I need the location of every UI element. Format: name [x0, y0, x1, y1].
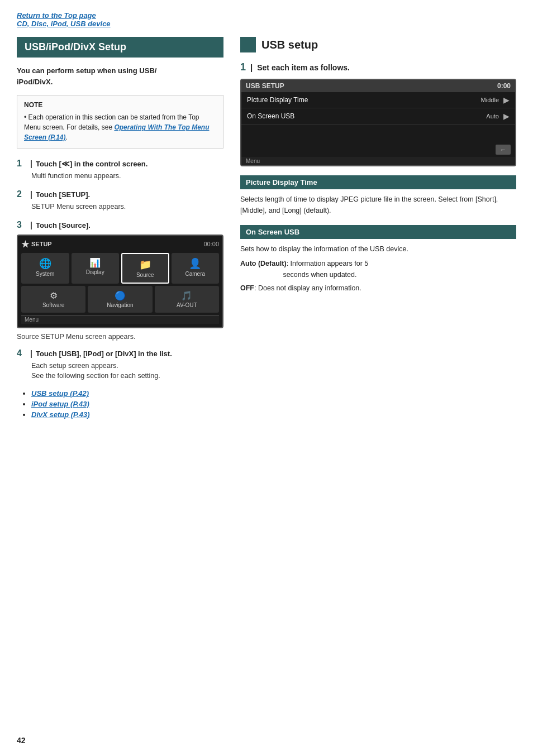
- step-4-label: Touch [USB], [iPod] or [DivX] in the lis…: [36, 350, 172, 358]
- step-3: 3 | Touch [Source]. ★ SETUP 00:00 🌐 Syst…: [17, 220, 223, 341]
- section-title: USB/iPod/DivX Setup: [17, 37, 223, 58]
- step-3-num: 3: [17, 220, 27, 230]
- ipod-setup-link[interactable]: iPod setup (P.43): [31, 400, 89, 408]
- after-screen-text: Source SETUP Menu screen appears.: [17, 333, 223, 341]
- note-box: NOTE • Each operation in this section ca…: [17, 95, 223, 149]
- picture-display-section: Picture Display Time Selects length of t…: [240, 175, 516, 216]
- icon-system[interactable]: 🌐 System: [21, 253, 69, 284]
- usb-screen-time: 0:00: [497, 82, 511, 90]
- usb-row-picture[interactable]: Picture Display Time Middle ▶: [241, 92, 515, 108]
- bullet-usb: USB setup (P.42): [31, 389, 223, 398]
- step-2-label: Touch [SETUP].: [36, 190, 90, 199]
- step-2-num: 2: [17, 189, 27, 199]
- note-link[interactable]: Operating With The Top Menu Screen (P.14…: [24, 123, 210, 141]
- step-4-desc1: Each setup screen appears.: [31, 361, 223, 371]
- picture-display-section-title: Picture Display Time: [240, 175, 516, 189]
- on-screen-usb-section: On Screen USB Sets how to display the in…: [240, 225, 516, 294]
- usb-icon-box: [240, 37, 256, 52]
- step-4: 4 | Touch [USB], [iPod] or [DivX] in the…: [17, 348, 223, 382]
- intro-text: You can perform setup when using USB/iPo…: [17, 65, 223, 87]
- right-step-num: 1: [240, 61, 246, 73]
- screen-time: 00:00: [203, 241, 219, 247]
- picture-display-arrow: ▶: [503, 95, 510, 104]
- screen-logo: ★ SETUP: [21, 239, 52, 250]
- usb-setup-header: USB setup: [240, 37, 516, 52]
- on-screen-usb-value: Auto: [486, 113, 499, 119]
- note-title: NOTE: [24, 101, 216, 109]
- step-2: 2 | Touch [SETUP]. SETUP Menu screen app…: [17, 189, 223, 212]
- top-link-2[interactable]: CD, Disc, iPod, USB device: [17, 20, 516, 28]
- bullet-links: USB setup (P.42) iPod setup (P.43) DivX …: [22, 389, 223, 419]
- usb-screen-bottom: ←: [241, 142, 515, 157]
- usb-screen-title: USB SETUP: [246, 82, 284, 90]
- on-screen-usb-arrow: ▶: [503, 112, 510, 121]
- on-screen-usb-off: OFF: Does not display any information.: [240, 283, 516, 294]
- picture-display-label: Picture Display Time: [247, 96, 481, 104]
- usb-setup-link[interactable]: USB setup (P.42): [31, 389, 89, 398]
- step-1: 1 | Touch [≪] in the control screen. Mul…: [17, 159, 223, 181]
- step-1-num: 1: [17, 159, 27, 169]
- step-1-desc: Multi function menu appears.: [31, 171, 223, 181]
- step-2-desc: SETUP Menu screen appears.: [31, 202, 223, 212]
- picture-display-value: Middle: [481, 97, 499, 103]
- step-4-num: 4: [17, 348, 27, 358]
- top-links: Return to the Top page CD, Disc, iPod, U…: [17, 11, 516, 28]
- icon-avout[interactable]: 🎵 AV-OUT: [155, 286, 219, 313]
- setup-icons-row1: 🌐 System 📊 Display 📁 Source 👤 Camera: [21, 253, 219, 284]
- bullet-ipod: iPod setup (P.43): [31, 400, 223, 408]
- right-step-1-header: 1 | Set each item as follows.: [240, 61, 516, 73]
- setup-screen: ★ SETUP 00:00 🌐 System 📊 Display: [17, 235, 223, 328]
- back-button[interactable]: ←: [496, 145, 511, 155]
- usb-setup-title: USB setup: [261, 39, 318, 51]
- setup-icons-row2: ⚙ Software 🔵 Navigation 🎵 AV-OUT: [21, 286, 219, 313]
- note-text: • Each operation in this section can be …: [24, 112, 216, 142]
- step-1-label: Touch [≪] in the control screen.: [36, 159, 147, 168]
- usb-setup-screen: USB SETUP 0:00 Picture Display Time Midd…: [240, 79, 516, 166]
- right-column: USB setup 1 | Set each item as follows. …: [240, 37, 516, 421]
- on-screen-usb-section-title: On Screen USB: [240, 225, 516, 239]
- on-screen-usb-label: On Screen USB: [247, 112, 486, 120]
- icon-source[interactable]: 📁 Source: [121, 253, 169, 284]
- step-3-label: Touch [Source].: [36, 221, 91, 229]
- left-column: USB/iPod/DivX Setup You can perform setu…: [17, 37, 223, 421]
- picture-display-text: Selects length of time to display JPEG p…: [240, 194, 516, 216]
- on-screen-usb-auto: Auto (Default): Information appears for …: [240, 258, 516, 280]
- step-4-desc2: See the following section for each setti…: [31, 371, 223, 381]
- icon-software[interactable]: ⚙ Software: [21, 286, 85, 313]
- divx-setup-link[interactable]: DivX setup (P.43): [31, 410, 90, 419]
- main-layout: USB/iPod/DivX Setup You can perform setu…: [17, 37, 516, 421]
- icon-camera[interactable]: 👤 Camera: [172, 253, 220, 284]
- usb-row-onscreen[interactable]: On Screen USB Auto ▶: [241, 108, 515, 125]
- bullet-divx: DivX setup (P.43): [31, 410, 223, 419]
- icon-display[interactable]: 📊 Display: [72, 253, 120, 284]
- usb-screen-menu: Menu: [241, 157, 515, 165]
- icon-navigation[interactable]: 🔵 Navigation: [88, 286, 152, 313]
- top-link-1[interactable]: Return to the Top page: [17, 11, 516, 20]
- screen-menu-label: Menu: [21, 315, 219, 324]
- right-step-label: Set each item as follows.: [257, 63, 350, 72]
- on-screen-usb-desc: Sets how to display the information of t…: [240, 243, 516, 255]
- page-number: 42: [17, 736, 26, 745]
